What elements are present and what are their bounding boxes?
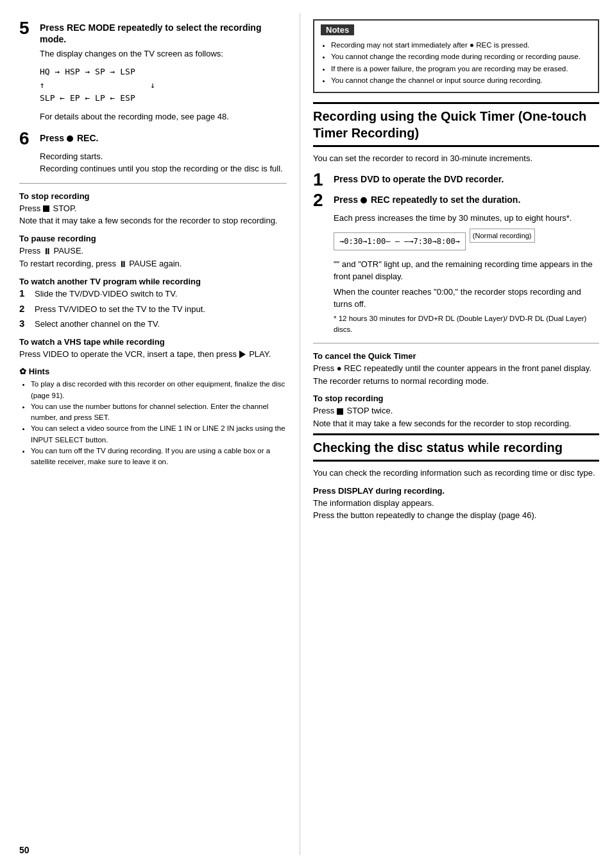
- r-step-2-number: 2: [313, 191, 328, 209]
- to-stop-body: Press STOP. Note that it may take a few …: [19, 202, 287, 227]
- r-step-2-title: Press REC repeatedly to set the duration…: [334, 191, 520, 205]
- otr-diagram: →0:30→1:00– – –→7:30→8:00→: [334, 232, 466, 250]
- list-item: If there is a power failure, the program…: [331, 63, 591, 74]
- pause-icon: ⏸: [43, 245, 50, 258]
- to-cancel-section: To cancel the Quick Timer Press ● REC re…: [313, 351, 599, 387]
- notes-title: Notes: [321, 24, 354, 35]
- to-watch-vhs-heading: To watch a VHS tape while recording: [19, 337, 287, 347]
- to-stop-right-body: Press STOP twice. Note that it may take …: [313, 404, 599, 430]
- disc-status-intro: You can check the recording information …: [313, 467, 599, 480]
- otr-diagram-container: →0:30→1:00– – –→7:30→8:00→ (Normal recor…: [334, 229, 599, 254]
- display-body2: Press the button repeatedly to change th…: [313, 509, 599, 522]
- to-pause-section: To pause recording Press ⏸ PAUSE. To res…: [19, 234, 287, 271]
- list-item: 2 Press TV/VIDEO to set the TV to the TV…: [19, 303, 287, 316]
- step-6-body: Recording starts. Recording continues un…: [40, 150, 287, 175]
- step-5-header: 5 Press REC MODE repeatedly to select th…: [19, 19, 287, 45]
- to-stop-right-heading: To stop recording: [313, 394, 599, 403]
- notes-list: Recording may not start immediately afte…: [331, 39, 591, 87]
- list-item: 1 Slide the TV/DVD·VIDEO switch to TV.: [19, 288, 287, 300]
- list-item: You cannot change the recording mode dur…: [331, 51, 591, 62]
- to-stop-section: To stop recording Press STOP. Note that …: [19, 191, 287, 227]
- hint-icon: ✿: [19, 367, 26, 376]
- left-column: 5 Press REC MODE repeatedly to select th…: [0, 13, 300, 855]
- to-stop-heading: To stop recording: [19, 191, 287, 201]
- play-icon: [239, 351, 246, 358]
- list-item: To play a disc recorded with this record…: [31, 379, 287, 401]
- step-6-header: 6 Press REC.: [19, 130, 287, 148]
- to-pause-heading: To pause recording: [19, 234, 287, 243]
- mode-diagram: HQ → HSP → SP → LSP ↑ ↓ SLP ← EP ← LP ← …: [40, 65, 287, 105]
- rec-bullet-icon: [67, 135, 73, 142]
- list-item: You cannot change the channel or input s…: [331, 74, 591, 86]
- r-step-1-number: 1: [313, 171, 328, 189]
- quick-timer-intro: You can set the recorder to record in 30…: [313, 152, 599, 165]
- step-5-body: The display changes on the TV screen as …: [40, 48, 287, 123]
- disc-status-section-title: Checking the disc status while recording: [313, 433, 599, 462]
- stop-icon-2: [337, 408, 343, 415]
- list-item: You can select a video source from the L…: [31, 423, 287, 446]
- display-heading: Press DISPLAY during recording.: [313, 486, 599, 496]
- to-stop-right-section: To stop recording Press STOP twice. Note…: [313, 394, 599, 430]
- to-pause-body: Press ⏸ PAUSE. To restart recording, pre…: [19, 245, 287, 271]
- r-step-2-body1: Each press increases the time by 30 minu…: [334, 212, 599, 225]
- step-6-title: Press REC.: [40, 130, 98, 144]
- divider-2: [313, 343, 599, 343]
- step-5-body2: For details about the recording mode, se…: [40, 110, 287, 123]
- otr-sequence: →0:30→1:00– – –→7:30→8:00→: [339, 236, 460, 247]
- r-step-2-body3: When the counter reaches "0:00," the rec…: [334, 286, 599, 311]
- to-watch-tv-list: 1 Slide the TV/DVD·VIDEO switch to TV. 2…: [19, 288, 287, 331]
- list-item: 3 Select another channel on the TV.: [19, 318, 287, 331]
- step-6-number: 6: [19, 130, 35, 148]
- list-item: Recording may not start immediately afte…: [331, 39, 591, 51]
- pause-icon-2: ⏸: [119, 258, 126, 271]
- display-body1: The information display appears.: [313, 497, 599, 510]
- step-5-body1: The display changes on the TV screen as …: [40, 48, 287, 60]
- r-step-2-body2: "" and "OTR" light up, and the remaining…: [334, 258, 599, 283]
- notes-box: Notes Recording may not start immediatel…: [313, 19, 599, 93]
- divider-1: [19, 183, 287, 184]
- display-body: The information display appears. Press t…: [313, 497, 599, 522]
- hints-title: ✿ Hints: [19, 367, 287, 376]
- hints-section: ✿ Hints To play a disc recorded with thi…: [19, 367, 287, 467]
- to-watch-vhs-body: Press VIDEO to operate the VCR, insert a…: [19, 348, 287, 361]
- otr-note: (Normal recording): [470, 229, 535, 243]
- to-watch-vhs-section: To watch a VHS tape while recording Pres…: [19, 337, 287, 361]
- step-6-body1: Recording starts.: [40, 150, 287, 163]
- to-watch-tv-section: To watch another TV program while record…: [19, 277, 287, 331]
- r-step-2-footnote: * 12 hours 30 minutes for DVD+R DL (Doub…: [334, 313, 599, 336]
- r-step-1-header: 1 Press DVD to operate the DVD recorder.: [313, 171, 599, 189]
- step-5-title: Press REC MODE repeatedly to select the …: [40, 19, 287, 45]
- step-6-body2: Recording continues until you stop the r…: [40, 162, 287, 175]
- step-5-number: 5: [19, 19, 35, 37]
- hints-list: To play a disc recorded with this record…: [31, 379, 287, 467]
- to-watch-tv-heading: To watch another TV program while record…: [19, 277, 287, 286]
- quick-timer-section-title: Recording using the Quick Timer (One-tou…: [313, 102, 599, 147]
- r-step-2-header: 2 Press REC repeatedly to set the durati…: [313, 191, 599, 209]
- rec-bullet-icon-2: [361, 197, 367, 204]
- stop-icon: [43, 205, 49, 212]
- right-column: Notes Recording may not start immediatel…: [300, 13, 612, 855]
- list-item: You can turn off the TV during recording…: [31, 446, 287, 468]
- to-cancel-heading: To cancel the Quick Timer: [313, 351, 599, 361]
- r-step-1-title: Press DVD to operate the DVD recorder.: [334, 171, 504, 185]
- to-cancel-body: Press ● REC repeatedly until the counter…: [313, 362, 599, 387]
- list-item: You can use the number buttons for chann…: [31, 401, 287, 424]
- r-step-2-body: Each press increases the time by 30 minu…: [334, 212, 599, 335]
- page-number: 50: [19, 845, 30, 855]
